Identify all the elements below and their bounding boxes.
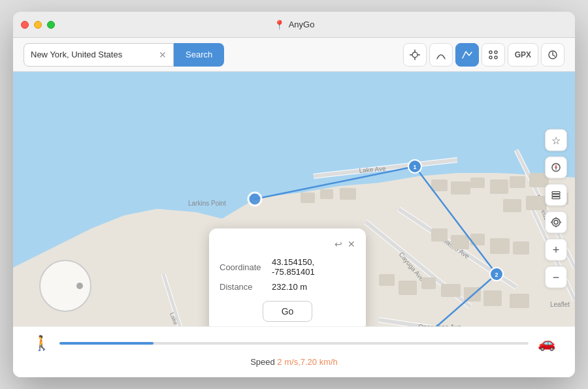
titlebar: 📍 AnyGo: [13, 12, 575, 38]
right-panel: ☆: [545, 129, 567, 288]
speed-slider[interactable]: [59, 342, 529, 345]
toolbar: ✕ Search: [13, 38, 575, 72]
svg-text:Larkins Point: Larkins Point: [188, 200, 226, 207]
speed-value: 2 m/s,7.20 km/h: [277, 357, 337, 367]
svg-rect-71: [552, 194, 560, 196]
compass-button[interactable]: [545, 157, 567, 179]
close-button[interactable]: [21, 21, 29, 29]
svg-point-7: [489, 56, 492, 59]
traffic-lights: [21, 21, 55, 29]
clear-button[interactable]: ✕: [159, 50, 167, 59]
svg-point-65: [248, 193, 261, 206]
svg-point-74: [552, 219, 560, 226]
svg-point-6: [495, 51, 497, 54]
jump-button[interactable]: [482, 43, 505, 67]
speed-text: Speed: [250, 357, 275, 367]
joystick-dot: [76, 283, 83, 289]
svg-rect-70: [552, 192, 560, 194]
undo-button[interactable]: ↩: [335, 239, 342, 249]
history-button[interactable]: [541, 43, 564, 67]
toolbar-icons: GPX: [403, 43, 564, 67]
svg-point-0: [412, 52, 417, 57]
search-button[interactable]: Search: [174, 43, 224, 67]
svg-rect-40: [503, 199, 521, 212]
svg-point-73: [554, 221, 558, 225]
popup-header: ↩ ✕: [220, 239, 355, 249]
minimize-button[interactable]: [34, 21, 42, 29]
svg-rect-72: [552, 197, 560, 199]
go-button[interactable]: Go: [263, 301, 313, 322]
speed-slider-fill: [59, 342, 154, 345]
svg-rect-35: [451, 181, 470, 194]
svg-rect-36: [470, 178, 485, 188]
svg-rect-37: [490, 179, 508, 194]
map-area[interactable]: Lake Ave Cayuga Ave Owasco Ave Onondaga …: [13, 72, 575, 377]
walk-icon: 🚶: [33, 335, 50, 352]
svg-rect-43: [301, 193, 315, 203]
popup-close-button[interactable]: ✕: [348, 239, 355, 249]
drive-icon: 🚗: [538, 335, 555, 352]
distance-label: Distance: [220, 282, 272, 292]
svg-point-8: [495, 56, 497, 59]
svg-rect-47: [451, 235, 469, 249]
multi-route-button[interactable]: [455, 43, 479, 67]
popup-card: ↩ ✕ Coordinate 43.154150, -75.851401 Dis…: [209, 228, 366, 332]
svg-rect-38: [510, 176, 525, 188]
svg-rect-52: [399, 281, 417, 295]
search-input-wrapper: ✕: [24, 43, 174, 67]
app-window: 📍 AnyGo ✕ Search: [13, 12, 575, 377]
distance-row: Distance 232.10 m: [220, 282, 355, 292]
svg-rect-50: [513, 241, 529, 255]
svg-rect-54: [441, 284, 461, 297]
maximize-button[interactable]: [47, 21, 55, 29]
speed-transport: 🚶 🚗: [33, 335, 555, 352]
svg-rect-57: [510, 294, 529, 308]
svg-text:2: 2: [495, 272, 498, 278]
zoom-out-button[interactable]: −: [545, 266, 567, 288]
search-container: ✕ Search: [24, 43, 224, 67]
svg-rect-51: [379, 274, 395, 286]
app-pin-icon: 📍: [274, 20, 285, 30]
svg-rect-56: [483, 290, 502, 306]
svg-rect-46: [431, 228, 448, 241]
layers-button[interactable]: [545, 184, 567, 206]
search-input[interactable]: [31, 50, 155, 59]
crosshair-button[interactable]: [403, 43, 427, 67]
zoom-in-button[interactable]: +: [545, 239, 567, 261]
joystick[interactable]: [39, 260, 91, 312]
location-target-button[interactable]: [545, 211, 567, 234]
svg-point-5: [489, 51, 492, 54]
svg-rect-53: [421, 277, 436, 289]
svg-rect-41: [526, 196, 547, 210]
speed-label: Speed 2 m/s,7.20 km/h: [33, 357, 555, 367]
coordinate-row: Coordinate 43.154150, -75.851401: [220, 257, 355, 277]
svg-text:1: 1: [413, 164, 416, 170]
star-button[interactable]: ☆: [545, 129, 567, 151]
svg-rect-45: [340, 188, 356, 200]
app-title: AnyGo: [289, 20, 315, 29]
svg-rect-44: [320, 189, 333, 199]
leaflet-badge: Leaflet: [550, 301, 570, 308]
gpx-button[interactable]: GPX: [508, 43, 538, 67]
coordinate-label: Coordinate: [220, 262, 272, 272]
speed-panel: 🚶 🚗 Speed 2 m/s,7.20 km/h: [13, 326, 575, 377]
svg-rect-34: [431, 179, 448, 191]
coordinate-value: 43.154150, -75.851401: [272, 257, 355, 277]
distance-value: 232.10 m: [272, 282, 307, 292]
titlebar-center: 📍 AnyGo: [274, 20, 315, 30]
route-button[interactable]: [429, 43, 453, 67]
svg-rect-49: [490, 238, 510, 254]
